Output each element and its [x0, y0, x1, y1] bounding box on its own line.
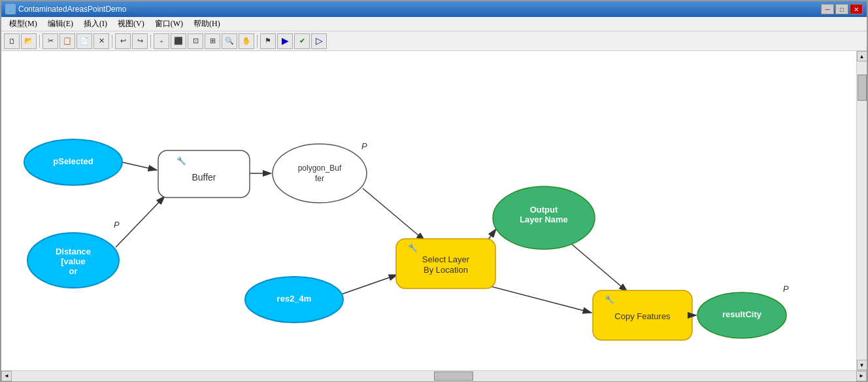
zoom-sel-button[interactable]: ⊞	[205, 33, 220, 49]
node-buffer-label: Buffer	[192, 172, 216, 182]
node-distance-label2: [value	[61, 256, 86, 266]
edge-res-select	[341, 275, 397, 294]
redo-button[interactable]: ↪	[132, 33, 148, 49]
scroll-right-button[interactable]: ►	[856, 371, 867, 381]
wrench-icon-buffer: 🔧	[176, 156, 186, 165]
main-window: ContaminatedAreasPointDemo ─ □ ✕ 模型(M) 编…	[0, 0, 868, 382]
p-label-distance: P	[114, 220, 120, 230]
node-result-label: resultCity	[722, 309, 762, 319]
bottom-bar: ◄ ►	[1, 370, 867, 381]
node-select-label1: Select Layer	[422, 254, 470, 264]
edge-pselected-buffer	[122, 162, 157, 170]
scroll-track-v[interactable]	[857, 61, 867, 360]
open-button[interactable]: 📂	[21, 33, 37, 49]
minimize-button[interactable]: ─	[821, 4, 834, 14]
edge-distance-buffer	[116, 196, 165, 247]
zoom-full-button[interactable]: ⊡	[188, 33, 203, 49]
main-area: P P P	[1, 51, 867, 370]
node-polygon-label1: polygon_Buf	[298, 164, 342, 173]
zoom-in-button[interactable]: 🔍	[222, 33, 237, 49]
menu-insert[interactable]: 插入(I)	[78, 17, 112, 31]
node-pselected-label: pSelected	[53, 156, 93, 166]
node-select-label2: By Location	[424, 265, 468, 275]
flag-button[interactable]: ⚑	[260, 33, 276, 49]
menu-bar: 模型(M) 编辑(E) 插入(I) 视图(V) 窗口(W) 帮助(H)	[1, 17, 867, 31]
p-label-result: P	[783, 284, 789, 294]
scroll-left-button[interactable]: ◄	[1, 371, 12, 381]
close-button[interactable]: ✕	[850, 4, 863, 14]
scroll-thumb-h[interactable]	[434, 372, 473, 381]
toolbar: 🗋 📂 ✂ 📋 📄 ✕ ↩ ↪ + ⬛ ⊡ ⊞ 🔍 ✋ ⚑ ▶ ✔ ▷	[1, 31, 867, 51]
play-button[interactable]: ▷	[311, 33, 327, 49]
paste-button[interactable]: 📄	[76, 33, 92, 49]
node-output-label1: Output	[530, 205, 558, 215]
node-polygon-buffer[interactable]	[273, 144, 367, 203]
pan-button[interactable]: ✋	[239, 33, 254, 49]
node-polygon-label2: fer	[315, 174, 324, 183]
scroll-thumb-v[interactable]	[858, 75, 867, 101]
edge-polygon-select	[363, 188, 425, 241]
p-label-polygon: P	[361, 141, 367, 151]
node-output-label2: Layer Name	[520, 215, 568, 224]
cut-button[interactable]: ✂	[42, 33, 58, 49]
diagram-svg: P P P	[1, 51, 856, 370]
node-res2-4m-label: res2_4m	[277, 294, 312, 304]
edge-output-copy	[570, 243, 627, 292]
copy-button[interactable]: 📋	[59, 33, 75, 49]
window-controls: ─ □ ✕	[821, 4, 863, 14]
node-distance-label3: or	[69, 266, 78, 276]
vertical-scrollbar: ▲ ▼	[856, 51, 867, 370]
sep1	[39, 35, 40, 48]
scroll-up-button[interactable]: ▲	[857, 51, 867, 61]
run-button[interactable]: ▶	[277, 33, 293, 49]
canvas-area[interactable]: P P P	[1, 51, 856, 370]
maximize-button[interactable]: □	[835, 4, 848, 14]
node-distance-label1: Distance	[56, 247, 91, 256]
menu-help[interactable]: 帮助(H)	[188, 17, 225, 31]
node-copy-label: Copy Features	[614, 311, 671, 321]
validate-button[interactable]: ✔	[294, 33, 310, 49]
wrench-icon-select: 🔧	[408, 243, 418, 252]
horizontal-scrollbar[interactable]	[12, 371, 856, 381]
add-data-button[interactable]: +	[154, 33, 169, 49]
wrench-icon-copy: 🔧	[605, 294, 614, 304]
menu-window[interactable]: 窗口(W)	[150, 17, 188, 31]
menu-model[interactable]: 模型(M)	[4, 17, 42, 31]
new-button[interactable]: 🗋	[4, 33, 20, 49]
select-button[interactable]: ⬛	[171, 33, 186, 49]
menu-edit[interactable]: 编辑(E)	[42, 17, 78, 31]
edge-select-copy	[478, 283, 592, 313]
sep3	[150, 35, 151, 48]
undo-button[interactable]: ↩	[115, 33, 131, 49]
scroll-down-button[interactable]: ▼	[857, 360, 867, 370]
sep4	[257, 35, 258, 48]
app-icon	[5, 4, 16, 14]
sep2	[112, 35, 112, 48]
window-title: ContaminatedAreasPointDemo	[18, 5, 821, 14]
menu-view[interactable]: 视图(V)	[112, 17, 150, 31]
title-bar: ContaminatedAreasPointDemo ─ □ ✕	[1, 1, 867, 17]
delete-button[interactable]: ✕	[93, 33, 109, 49]
